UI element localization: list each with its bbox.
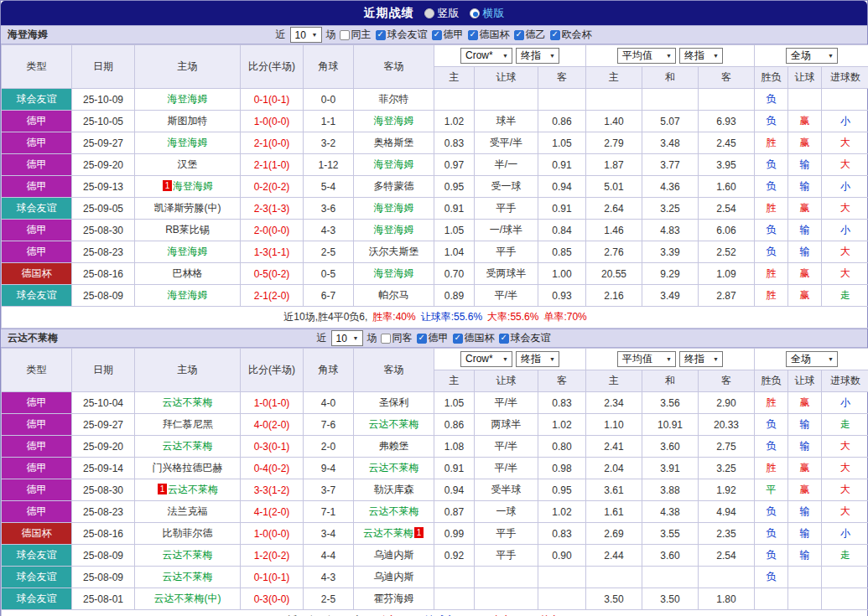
recent-results-panel: 近期战绩 竖版 横版 海登海姆近10▼场同主球会友谊德甲德国杯德乙欧会杯类型日期… [0, 0, 868, 616]
filter-checkbox-同主[interactable]: 同主 [340, 28, 372, 42]
column-header: 和 [642, 67, 699, 89]
filter-checkbox-球会友谊[interactable]: 球会友谊 [376, 28, 428, 42]
team-link[interactable]: 勒沃库森 [374, 484, 414, 495]
avg-company-select[interactable]: 平均值▼ [617, 351, 676, 367]
odds-time-select[interactable]: 终指▼ [516, 351, 559, 367]
team-link[interactable]: 云达不莱梅 [369, 505, 419, 517]
team-link[interactable]: 霍芬海姆 [374, 593, 414, 604]
away-team-cell: 多特蒙德 [354, 176, 434, 198]
layout-option-horizontal[interactable]: 横版 [470, 6, 505, 21]
team-link[interactable]: 巴林格 [173, 267, 203, 279]
team-link[interactable]: 云达不莱梅 [163, 571, 213, 582]
team-link[interactable]: 圣保利 [379, 396, 409, 408]
avg-odds-cell: 5.01 [586, 176, 642, 198]
filter-checkbox-德国杯[interactable]: 德国杯 [453, 331, 495, 345]
odds-cell: 受一球 [475, 176, 538, 198]
team-link[interactable]: 门兴格拉德巴赫 [153, 462, 223, 474]
team-link[interactable]: 云达不莱梅 [168, 484, 218, 495]
date-cell: 25-08-23 [72, 241, 135, 263]
filter-checkbox-球会友谊[interactable]: 球会友谊 [499, 331, 551, 345]
corner-cell: 2-0 [304, 436, 354, 458]
select-value: Crow* [465, 49, 493, 61]
team-link[interactable]: 法兰克福 [168, 505, 208, 517]
team-link[interactable]: 多特蒙德 [374, 180, 414, 192]
result-cell: 胜 [755, 263, 788, 285]
team-link[interactable]: 海登海姆 [374, 202, 414, 214]
team-section: 海登海姆近10▼场同主球会友谊德甲德国杯德乙欧会杯类型日期主场比分(半场)角球客… [1, 25, 867, 329]
team-link[interactable]: 海登海姆 [374, 115, 414, 127]
team-link[interactable]: RB莱比锡 [165, 224, 210, 236]
team-link[interactable]: 汉堡 [178, 158, 198, 170]
team-link[interactable]: 云达不莱梅 [369, 462, 419, 474]
date-cell: 25-08-01 [72, 588, 135, 610]
team-link[interactable]: 云达不莱梅(中) [154, 593, 221, 604]
team-link[interactable]: 奥格斯堡 [374, 137, 414, 148]
team-link[interactable]: 云达不莱梅 [163, 549, 213, 561]
odds-cell: 0.85 [538, 241, 586, 263]
team-link[interactable]: 乌迪内斯 [374, 549, 414, 561]
avg-odds-cell: 3.39 [642, 241, 699, 263]
team-link[interactable]: 凯泽斯劳滕(中) [154, 202, 221, 214]
team-link[interactable]: 海登海姆 [168, 93, 208, 105]
odds-company-select[interactable]: Crow*▼ [460, 351, 512, 367]
team-link[interactable]: 海登海姆 [374, 267, 414, 279]
avg-company-select[interactable]: 平均值▼ [617, 48, 676, 64]
dropdown-arrow-icon: ▼ [502, 356, 508, 362]
team-link[interactable]: 海登海姆 [168, 289, 208, 301]
team-link[interactable]: 云达不莱梅 [163, 440, 213, 452]
odds-cell [538, 588, 586, 610]
team-link[interactable]: 斯图加特 [168, 115, 208, 127]
team-link[interactable]: 云达不莱梅 [369, 418, 419, 430]
avg-odds-cell: 3.88 [642, 479, 699, 501]
team-link[interactable]: 菲尔特 [379, 93, 409, 105]
away-team-cell: 海登海姆 [354, 220, 434, 241]
team-link[interactable]: 乌迪内斯 [374, 571, 414, 582]
summary-text: 近10场,胜4平0负6,胜率:40%让球率:55.6%大率:55.6%单率:70… [2, 307, 868, 329]
scope-select[interactable]: 全场▼ [786, 48, 838, 64]
odds-cell: 0.99 [434, 523, 475, 545]
team-link[interactable]: 弗赖堡 [379, 440, 409, 452]
team-link[interactable]: 海登海姆 [374, 158, 414, 170]
select-value: 终指 [521, 352, 541, 366]
layout-option-vertical[interactable]: 竖版 [424, 6, 460, 21]
filter-checkbox-同客[interactable]: 同客 [381, 331, 413, 345]
corner-cell: 0-0 [304, 89, 354, 111]
dropdown-arrow-icon: ▼ [828, 53, 834, 59]
corner-cell: 4-0 [304, 392, 354, 414]
select-value: 全场 [791, 352, 811, 366]
filter-checkbox-德乙[interactable]: 德乙 [514, 28, 546, 42]
team-link[interactable]: 帕尔马 [379, 289, 409, 301]
match-row: 德甲25-08-30RB莱比锡2-0(0-0)4-3海登海姆1.05一/球半0.… [2, 220, 868, 241]
odds-company-select[interactable]: Crow*▼ [460, 48, 512, 64]
avg-odds-cell: 2.76 [586, 241, 642, 263]
team-link[interactable]: 海登海姆 [374, 224, 414, 236]
filter-checkbox-德甲[interactable]: 德甲 [417, 331, 449, 345]
filter-checkbox-德甲[interactable]: 德甲 [432, 28, 464, 42]
team-link[interactable]: 海登海姆 [168, 246, 208, 257]
result-cell: 负 [755, 89, 788, 111]
select-value: 全场 [791, 49, 811, 63]
results-table: 类型日期主场比分(半场)角球客场Crow*▼终指▼平均值▼终指▼全场▼主让球客主… [1, 44, 868, 329]
odds-time-select[interactable]: 终指▼ [516, 48, 559, 64]
recent-count-select[interactable]: 10▼ [290, 27, 322, 43]
avg-odds-cell: 1.09 [699, 263, 755, 285]
home-team-cell: 海登海姆 [135, 241, 241, 263]
recent-count-select[interactable]: 10▼ [331, 330, 363, 346]
team-link[interactable]: 拜仁慕尼黑 [163, 418, 213, 430]
team-link[interactable]: 海登海姆 [168, 137, 208, 148]
team-link[interactable]: 沃尔夫斯堡 [369, 246, 419, 257]
odds-cell: 平手 [475, 241, 538, 263]
column-header: 主场 [135, 349, 241, 392]
team-link[interactable]: 云达不莱梅 [363, 527, 413, 539]
avg-time-select[interactable]: 终指▼ [679, 48, 723, 64]
avg-time-select[interactable]: 终指▼ [679, 351, 723, 367]
filter-checkbox-德国杯[interactable]: 德国杯 [468, 28, 510, 42]
odds-cell: 0.70 [434, 263, 475, 285]
team-link[interactable]: 海登海姆 [173, 180, 213, 192]
team-link[interactable]: 云达不莱梅 [163, 396, 213, 408]
checkbox-label: 欧会杯 [562, 28, 592, 42]
avg-odds-cell: 2.75 [699, 436, 755, 458]
filter-checkbox-欧会杯[interactable]: 欧会杯 [550, 28, 592, 42]
scope-select[interactable]: 全场▼ [786, 351, 838, 367]
team-link[interactable]: 比勒菲尔德 [163, 527, 213, 539]
